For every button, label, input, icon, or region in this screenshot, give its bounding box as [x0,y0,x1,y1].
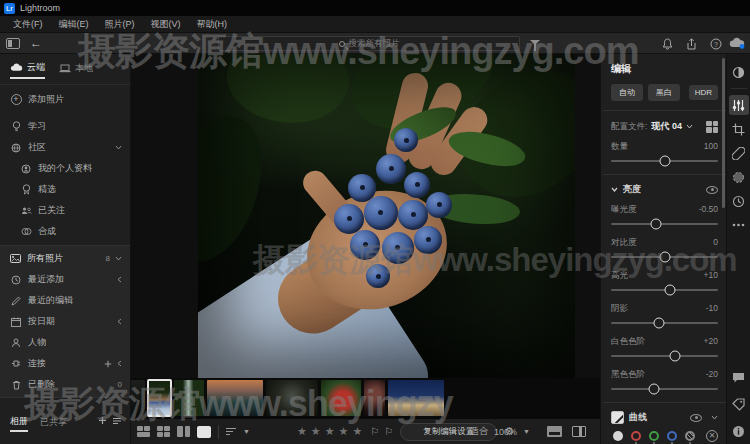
curve-reset-icon[interactable]: ✕ [706,430,718,442]
slider-thumb[interactable] [648,384,659,395]
keyword-tag-icon[interactable] [732,398,745,411]
slider-track[interactable] [611,256,718,258]
slider-thumb[interactable] [650,219,661,230]
slider-track[interactable] [611,388,718,390]
menu-item[interactable]: 编辑(E) [52,16,96,33]
slider-track[interactable] [611,223,718,225]
filmstrip-thumb-darkbird[interactable] [131,380,145,416]
sidebar-tab-cloud[interactable]: 云端 [10,61,45,79]
masking-icon[interactable] [729,167,749,187]
star-icon[interactable]: ★ [325,425,336,438]
sidebar-item-composites[interactable]: 合成 [0,221,130,242]
more-options-icon[interactable] [729,215,749,235]
slider-thumb[interactable] [654,318,665,329]
sidebar-item-learn[interactable]: 学习 [0,116,130,137]
panel-toggle-icon[interactable] [6,38,20,49]
add-photos-button[interactable]: + 添加照片 [0,89,130,110]
filmstrip-thumb-nightbuilding[interactable] [388,380,444,416]
chevron-left-icon[interactable] [117,360,122,367]
tone-curve-icon[interactable] [611,411,624,424]
star-rating[interactable]: ★★★★★ [297,425,363,438]
sidebar-item-featured[interactable]: 精选 [0,179,130,200]
curve-channel-green[interactable] [649,431,659,441]
sort-chevron-icon[interactable]: ▼ [243,428,250,435]
zoom-fit-label[interactable]: 适合 [470,425,488,438]
mosaic-view-icon[interactable] [137,426,150,437]
filmstrip-thumb-blueberries[interactable] [148,380,171,416]
versions-clock-icon[interactable] [729,191,749,211]
sort-icon[interactable] [226,428,236,435]
album-row-team-photos[interactable]: Lightroom 团队照片 8 [0,436,130,444]
amount-slider-thumb[interactable] [659,156,670,167]
help-icon[interactable]: ? [710,38,722,50]
slider-thumb[interactable] [664,285,675,296]
filter-icon[interactable] [530,40,540,45]
sidebar-item[interactable]: 按日期 [0,311,130,332]
add-album-icon[interactable] [98,416,107,425]
sidebar-item-following[interactable]: 已关注 [0,200,130,221]
menu-item[interactable]: 文件(F) [6,16,50,33]
sidebar-item[interactable]: 连接 [0,353,130,374]
curve-channel-red[interactable] [631,431,641,441]
sidebar-item-community[interactable]: 社区 [0,137,130,158]
grid-view-icon[interactable] [157,426,170,437]
star-icon[interactable]: ★ [311,425,322,438]
amount-slider[interactable] [611,160,718,162]
before-after-icon[interactable] [572,426,586,437]
slider-track[interactable] [611,355,718,357]
tab-albums[interactable]: 相册 [10,415,28,432]
slider-track[interactable] [611,289,718,291]
sidebar-item[interactable]: 人物 [0,332,130,353]
chevron-down-icon[interactable] [115,256,122,261]
menu-item[interactable]: 帮助(H) [190,16,235,33]
sidebar-item[interactable]: 最近的编辑 [0,290,130,311]
eye-icon[interactable] [690,414,702,422]
notifications-bell-icon[interactable] [662,38,673,50]
main-photo-blueberries[interactable] [198,54,575,378]
sidebar-item-all-photos[interactable]: 所有照片 8 [0,248,130,269]
bw-button[interactable]: 黑白 [648,84,680,101]
sidebar-item[interactable]: 最近添加 [0,269,130,290]
zoom-percent[interactable]: 100% [494,427,517,437]
tab-shared[interactable]: 已共享 [40,416,67,431]
star-icon[interactable]: ★ [352,425,363,438]
crop-icon[interactable] [729,119,749,139]
back-arrow-icon[interactable]: ← [30,37,42,49]
chevron-down-icon[interactable] [611,187,618,192]
info-icon[interactable] [732,425,745,438]
slider-track[interactable] [611,322,718,324]
star-icon[interactable]: ★ [339,425,350,438]
zoom-chevron-icon[interactable]: ▼ [523,428,530,435]
filmstrip-thumb-gorilla[interactable] [266,380,318,416]
plus-icon[interactable] [104,360,112,368]
detail-view-icon[interactable] [197,426,211,438]
light-section-title[interactable]: 亮度 [623,183,641,196]
profile-value[interactable]: 现代 04 [651,120,682,133]
share-icon[interactable] [686,38,697,50]
filmstrip-thumb-reddress[interactable] [321,380,361,416]
comments-icon[interactable] [732,372,745,384]
slider-thumb[interactable] [659,252,670,263]
curve-channel-rgb[interactable] [613,431,623,441]
filmstrip-toggle-icon[interactable] [547,426,562,437]
slider-thumb[interactable] [670,351,681,362]
chevron-down-icon[interactable] [686,124,693,129]
panel-scrollbar[interactable] [722,58,725,208]
star-icon[interactable]: ★ [297,425,308,438]
presets-icon[interactable] [729,62,749,82]
filmstrip-thumb-stilllife[interactable] [364,380,385,416]
healing-brush-icon[interactable] [729,143,749,163]
chevron-down-icon[interactable] [115,145,122,150]
eye-icon[interactable] [706,186,718,194]
curve-channel-blue[interactable] [667,431,677,441]
hdr-button[interactable]: HDR [689,85,718,100]
sidebar-item-my-profile[interactable]: 我的个人资料 [0,158,130,179]
edit-sliders-icon[interactable] [729,95,749,115]
menu-item[interactable]: 视图(V) [144,16,188,33]
menu-item[interactable]: 照片(P) [98,16,142,33]
chevron-down-icon[interactable] [711,415,718,420]
album-list-icon[interactable] [112,417,122,425]
chevron-left-icon[interactable] [117,276,122,283]
filmstrip-thumb-sunsetbird[interactable] [207,380,263,416]
search-input[interactable]: 搜索所有照片 [218,36,520,51]
